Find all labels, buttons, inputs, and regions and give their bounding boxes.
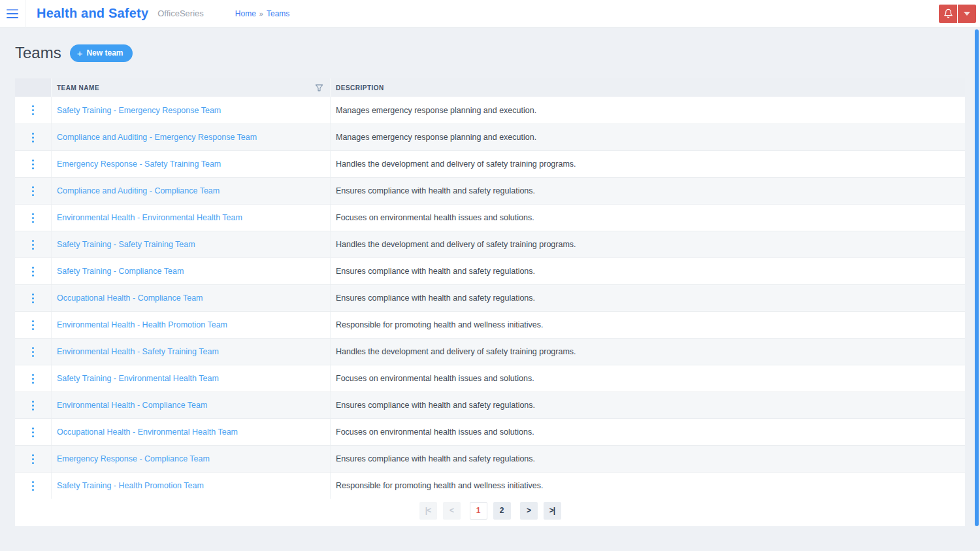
- row-description: Focuses on environmental health issues a…: [336, 213, 534, 222]
- team-name-cell: Environmental Health - Compliance Team: [52, 392, 331, 418]
- description-cell: Ensures compliance with health and safet…: [331, 392, 965, 418]
- row-actions-button[interactable]: [15, 178, 52, 204]
- kebab-icon: [32, 213, 34, 223]
- team-name-cell: Environmental Health - Health Promotion …: [52, 312, 331, 338]
- row-actions-button[interactable]: [15, 473, 52, 499]
- team-name-link[interactable]: Safety Training - Compliance Team: [57, 267, 184, 276]
- row-actions-button[interactable]: [15, 205, 52, 231]
- first-page-button: |<: [419, 502, 437, 520]
- table-row: Safety Training - Compliance Team Ensure…: [15, 258, 965, 284]
- description-cell: Handles the development and delivery of …: [331, 339, 965, 365]
- description-cell: Focuses on environmental health issues a…: [331, 419, 965, 445]
- row-actions-button[interactable]: [15, 339, 52, 365]
- team-name-cell: Safety Training - Health Promotion Team: [52, 473, 331, 499]
- team-name-link[interactable]: Safety Training - Emergency Response Tea…: [57, 106, 221, 115]
- app-title: Health and Safety: [37, 6, 148, 21]
- team-name-link[interactable]: Occupational Health - Environmental Heal…: [57, 427, 238, 437]
- team-name-link[interactable]: Emergency Response - Safety Training Tea…: [57, 159, 221, 169]
- kebab-icon: [32, 133, 34, 142]
- account-dropdown-button[interactable]: [958, 5, 976, 23]
- row-description: Handles the development and delivery of …: [336, 159, 576, 169]
- table-row: Safety Training - Health Promotion Team …: [15, 472, 965, 499]
- description-cell: Responsible for promoting health and wel…: [331, 473, 965, 499]
- table-row: Emergency Response - Compliance Team Ens…: [15, 445, 965, 472]
- row-actions-button[interactable]: [15, 312, 52, 338]
- page-title: Teams: [15, 44, 61, 62]
- row-actions-button[interactable]: [15, 365, 52, 392]
- row-actions-button[interactable]: [15, 285, 52, 311]
- plus-icon: +: [77, 48, 83, 58]
- team-name-link[interactable]: Occupational Health - Compliance Team: [57, 293, 203, 303]
- team-name-link[interactable]: Environmental Health - Health Promotion …: [57, 320, 227, 329]
- team-name-link[interactable]: Safety Training - Health Promotion Team: [57, 481, 204, 490]
- kebab-icon: [32, 481, 34, 491]
- row-actions-button[interactable]: [15, 258, 52, 284]
- page-2-button[interactable]: 2: [493, 502, 511, 520]
- team-name-link[interactable]: Safety Training - Environmental Health T…: [57, 374, 219, 383]
- table-row: Environmental Health - Environmental Hea…: [15, 204, 965, 231]
- team-name-link[interactable]: Environmental Health - Safety Training T…: [57, 347, 219, 356]
- row-actions-button[interactable]: [15, 151, 52, 177]
- page-1-button[interactable]: 1: [470, 502, 487, 520]
- table-row: Environmental Health - Compliance Team E…: [15, 392, 965, 418]
- bell-icon: [943, 8, 953, 18]
- row-actions-button[interactable]: [15, 419, 52, 445]
- team-name-link[interactable]: Emergency Response - Compliance Team: [57, 454, 210, 463]
- table-body: Safety Training - Emergency Response Tea…: [15, 97, 965, 499]
- breadcrumb-current-teams[interactable]: Teams: [267, 9, 289, 18]
- team-name-link[interactable]: Environmental Health - Environmental Hea…: [57, 213, 242, 222]
- pagination: |< < 1 2 > >|: [15, 499, 965, 526]
- last-page-button[interactable]: >|: [544, 502, 561, 520]
- team-name-cell: Environmental Health - Safety Training T…: [52, 339, 331, 365]
- team-name-column-header: TEAM NAME: [52, 78, 331, 97]
- row-actions-button[interactable]: [15, 392, 52, 418]
- description-cell: Ensures compliance with health and safet…: [331, 178, 965, 204]
- team-name-link[interactable]: Environmental Health - Compliance Team: [57, 401, 207, 410]
- kebab-icon: [32, 186, 34, 196]
- page-title-row: Teams + New team: [15, 43, 965, 63]
- main-content: Teams + New team TEAM NAME DESCRIPTION: [0, 43, 980, 526]
- breadcrumb: Home » Teams: [235, 9, 289, 18]
- new-team-button[interactable]: + New team: [70, 44, 133, 62]
- description-cell: Focuses on environmental health issues a…: [331, 205, 965, 231]
- kebab-icon: [32, 105, 34, 115]
- team-name-link[interactable]: Compliance and Auditing - Emergency Resp…: [57, 133, 257, 142]
- description-cell: Manages emergency response planning and …: [331, 97, 965, 124]
- description-cell: Handles the development and delivery of …: [331, 151, 965, 177]
- row-description: Ensures compliance with health and safet…: [336, 401, 535, 410]
- team-name-link[interactable]: Compliance and Auditing - Compliance Tea…: [57, 186, 220, 195]
- row-description: Responsible for promoting health and wel…: [336, 481, 544, 490]
- next-page-button[interactable]: >: [520, 502, 538, 520]
- notifications-button[interactable]: [939, 5, 957, 23]
- description-header-label: DESCRIPTION: [336, 84, 384, 92]
- description-cell: Handles the development and delivery of …: [331, 231, 965, 258]
- breadcrumb-separator: »: [259, 10, 263, 18]
- row-actions-button[interactable]: [15, 124, 52, 150]
- menu-icon[interactable]: [0, 0, 25, 27]
- app-header: Health and Safety OfficeSeries Home » Te…: [0, 0, 980, 27]
- row-actions-button[interactable]: [15, 446, 52, 472]
- row-actions-button[interactable]: [15, 231, 52, 258]
- breadcrumb-home-link[interactable]: Home: [235, 9, 256, 18]
- row-description: Ensures compliance with health and safet…: [336, 186, 535, 195]
- team-name-link[interactable]: Safety Training - Safety Training Team: [57, 240, 195, 249]
- vertical-scrollbar[interactable]: [975, 29, 979, 526]
- row-actions-button[interactable]: [15, 97, 52, 124]
- table-row: Occupational Health - Environmental Heal…: [15, 418, 965, 445]
- table-row: Emergency Response - Safety Training Tea…: [15, 150, 965, 177]
- filter-icon[interactable]: [315, 84, 323, 92]
- row-description: Focuses on environmental health issues a…: [336, 427, 534, 437]
- description-column-header: DESCRIPTION: [331, 78, 965, 97]
- table-row: Compliance and Auditing - Compliance Tea…: [15, 177, 965, 204]
- team-name-cell: Compliance and Auditing - Emergency Resp…: [52, 124, 331, 150]
- table-row: Occupational Health - Compliance Team En…: [15, 284, 965, 311]
- description-cell: Ensures compliance with health and safet…: [331, 446, 965, 472]
- caret-down-icon: [964, 12, 970, 16]
- description-cell: Focuses on environmental health issues a…: [331, 365, 965, 392]
- description-cell: Ensures compliance with health and safet…: [331, 258, 965, 284]
- team-name-cell: Safety Training - Environmental Health T…: [52, 365, 331, 392]
- table-row: Safety Training - Emergency Response Tea…: [15, 97, 965, 124]
- description-cell: Ensures compliance with health and safet…: [331, 285, 965, 311]
- table-row: Safety Training - Environmental Health T…: [15, 365, 965, 392]
- row-description: Ensures compliance with health and safet…: [336, 293, 535, 303]
